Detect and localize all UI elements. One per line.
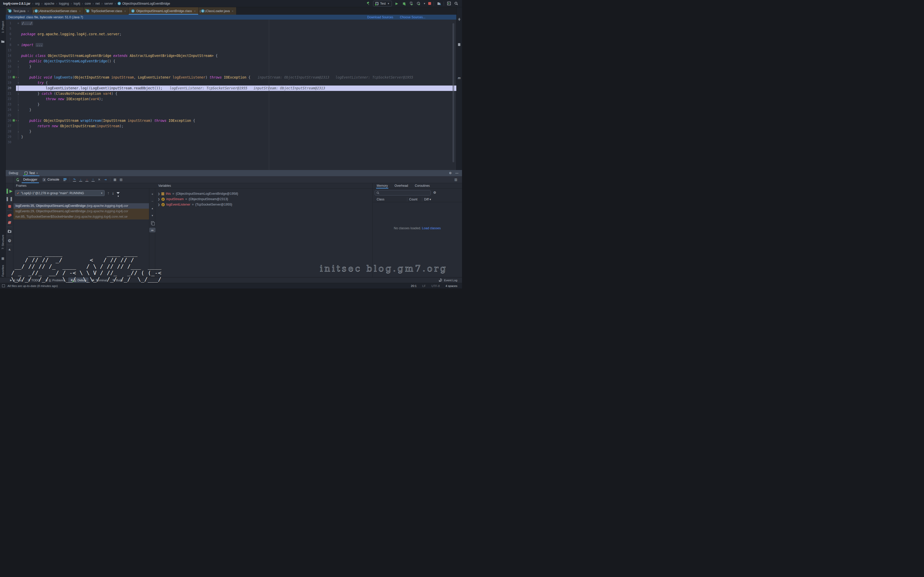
variable-row[interactable]: ❯pinputStream={ObjectInputStream@2313} <box>158 197 228 202</box>
variable-row[interactable]: ❯this={ObjectInputStreamLogEventBridge@1… <box>158 191 238 197</box>
fold-marker-icon[interactable]: ⊞ <box>16 42 20 48</box>
load-classes-link[interactable]: Load classes <box>422 226 441 230</box>
breadcrumb-item[interactable]: apache <box>44 2 54 5</box>
breadcrumb-item[interactable]: net <box>95 2 100 5</box>
toolwindow-button-run[interactable]: ▶4: Run <box>8 277 24 283</box>
sidebar-item-project[interactable]: 1: Project <box>0 16 6 38</box>
code-editor[interactable]: 1⊞/.../56package org.apache.logging.log4… <box>6 19 456 170</box>
breadcrumb-item[interactable]: logging <box>59 2 69 5</box>
evaluate-expression-icon[interactable]: ▦ <box>112 177 118 182</box>
fold-marker-icon[interactable]: ▴ <box>16 91 20 96</box>
code-line[interactable]: 19▾ try { <box>6 80 456 85</box>
step-out-icon[interactable]: ↑ <box>90 177 96 182</box>
run-to-cursor-icon[interactable]: ⇥ <box>102 177 108 182</box>
close-icon[interactable]: × <box>36 172 38 175</box>
frame-row[interactable]: logEvents:35, ObjectInputStreamLogEventB… <box>13 203 149 209</box>
code-line[interactable]: 22 throw new IOException(var4); <box>6 96 456 102</box>
copy-icon[interactable] <box>149 221 155 225</box>
restore-layout-icon[interactable]: ▥ <box>453 177 459 182</box>
gear-icon[interactable]: ⚙ <box>449 171 452 175</box>
memory-search-input[interactable] <box>375 190 431 195</box>
fold-marker-icon[interactable]: ▾ <box>16 75 20 80</box>
hide-library-frames-icon[interactable] <box>116 192 120 194</box>
code-line[interactable]: 20 logEventListener.log((LogEvent)inputS… <box>6 85 456 91</box>
tab-debugger[interactable]: Debugger <box>21 176 40 183</box>
breadcrumb-class[interactable]: CObjectInputStreamLogEventBridge <box>118 2 170 5</box>
toolwindow-button-terminal[interactable]: ▣Terminal <box>89 277 109 283</box>
memory-tab-memory[interactable]: Memory <box>377 183 388 189</box>
editor-scrollbar[interactable] <box>452 23 454 162</box>
build-hammer-icon[interactable] <box>366 1 370 6</box>
code-line[interactable]: 30 <box>6 140 456 145</box>
download-sources-link[interactable]: Download Sources <box>367 15 393 19</box>
force-step-into-icon[interactable]: ↓ <box>84 177 90 182</box>
code-line[interactable]: 16▴ } <box>6 64 456 69</box>
fold-marker-icon[interactable]: ▴ <box>16 64 20 69</box>
memory-column-header[interactable]: Diff ▾ <box>424 198 431 201</box>
toolwindow-button-debug[interactable]: ⚈5: Debug <box>68 277 89 283</box>
event-log-button[interactable]: Event Log <box>439 279 462 282</box>
project-structure-icon[interactable] <box>436 1 441 6</box>
code-line[interactable]: 27 return new ObjectInputStream(inputStr… <box>6 123 456 129</box>
step-into-icon[interactable]: ↓ <box>78 177 84 182</box>
code-line[interactable]: 24▴ } <box>6 107 456 113</box>
show-execution-point-icon[interactable] <box>62 177 68 182</box>
variable-row[interactable]: ❯plogEventListener={TcpSocketServer@1955… <box>158 202 232 207</box>
breadcrumb-item[interactable]: org <box>35 2 39 5</box>
status-item[interactable]: 4 spaces <box>446 284 457 287</box>
hide-icon[interactable]: — <box>455 171 459 175</box>
memory-settings-icon[interactable]: ⚙ <box>433 191 436 195</box>
editor-tab[interactable]: CObjectInputStreamLogEventBridge.class× <box>129 7 199 15</box>
expand-chevron-icon[interactable]: ❯ <box>158 197 160 202</box>
fold-marker-icon[interactable]: ▴ <box>16 102 20 107</box>
memory-column-header[interactable]: Class <box>377 198 384 201</box>
close-icon[interactable]: × <box>232 10 233 13</box>
close-icon[interactable]: × <box>124 10 126 13</box>
code-line[interactable]: 1⊞/.../ <box>6 21 456 26</box>
editor-tab[interactable]: CAbstractSocketServer.class× <box>32 7 84 15</box>
toolwindow-button-problems[interactable]: ◍6: Problems <box>43 277 67 283</box>
breadcrumb-item[interactable]: log4j-core-2.8.1.jar <box>3 2 31 5</box>
code-line[interactable]: 5 <box>6 26 456 31</box>
memory-tab-coroutines[interactable]: Coroutines <box>415 183 430 189</box>
breadcrumb-item[interactable]: server <box>104 2 113 5</box>
frame-row[interactable]: run:85, TcpSocketServer$SocketHandler (o… <box>13 214 149 219</box>
run-button[interactable]: ▶ <box>394 1 399 6</box>
code-line[interactable]: 14public class ObjectInputStreamLogEvent… <box>6 53 456 58</box>
breadcrumb-item[interactable]: log4j <box>73 2 80 5</box>
status-item[interactable]: LF <box>422 284 426 287</box>
memory-tab-overhead[interactable]: Overhead <box>394 183 408 189</box>
layout-settings-icon[interactable]: ▤ <box>118 177 124 182</box>
status-item[interactable]: UTF-8 <box>431 284 440 287</box>
code-line[interactable]: 17 <box>6 69 456 75</box>
code-line[interactable]: 18↑↑▾ public void logEvents(ObjectInputS… <box>6 75 456 80</box>
resume-icon[interactable]: ▌▶ <box>6 188 13 193</box>
code-line[interactable]: 26↑↑▾ public ObjectInputStream wrapStrea… <box>6 118 456 123</box>
drop-frame-icon[interactable]: ✕ <box>96 177 102 182</box>
expand-chevron-icon[interactable]: ❯ <box>158 191 160 197</box>
breadcrumb-item[interactable]: core <box>85 2 91 5</box>
sidebar-item-structure[interactable]: 7: Structure <box>0 229 6 255</box>
profiler-chevron-icon[interactable]: ▼ <box>423 2 426 5</box>
debug-button[interactable] <box>402 1 406 6</box>
sidebar-item-database[interactable] <box>456 47 462 65</box>
close-icon[interactable]: × <box>79 10 81 13</box>
code-line[interactable]: 13 <box>6 48 456 53</box>
run-configuration-select[interactable]: Test ▼ <box>373 1 392 6</box>
code-line[interactable]: 15▾ public ObjectInputStreamLogEventBrid… <box>6 58 456 64</box>
toolwindow-button-build[interactable]: ⚒Build <box>110 277 125 283</box>
code-line[interactable]: 8⊞import ... <box>6 42 456 48</box>
fold-marker-icon[interactable]: ▾ <box>16 80 20 85</box>
settings-gear-icon[interactable]: ⚙ <box>6 238 13 243</box>
fold-marker-icon[interactable]: ⊞ <box>16 21 20 26</box>
step-over-icon[interactable]: ↷ <box>71 177 78 182</box>
thread-selector[interactable]: ✓ "Log4j2-1"@2,278 in group "main": RUNN… <box>15 190 105 196</box>
code-line[interactable]: 23▴ } <box>6 102 456 107</box>
debug-session-tab[interactable]: Test × <box>23 170 40 176</box>
coverage-button[interactable] <box>409 1 414 6</box>
frame-up-icon[interactable]: ↑ <box>107 191 109 195</box>
pause-icon[interactable]: ❚❚ <box>6 196 13 201</box>
move-up-icon[interactable]: ▲ <box>149 206 155 211</box>
run-anything-icon[interactable] <box>446 1 451 6</box>
memory-column-header[interactable]: Count <box>409 198 417 201</box>
